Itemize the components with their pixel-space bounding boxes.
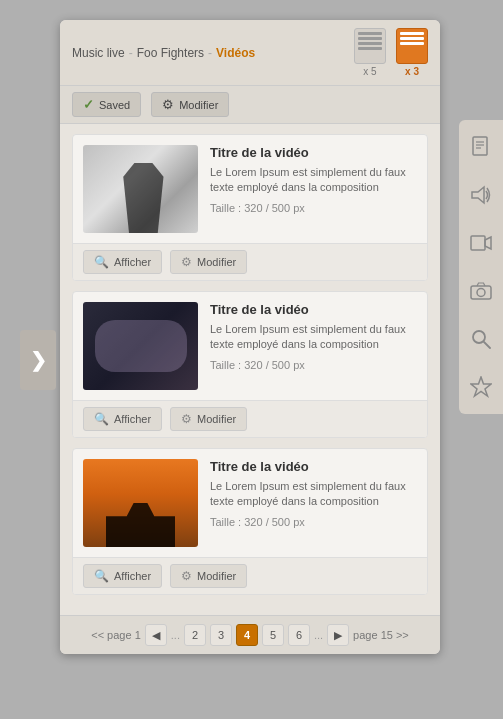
video-size-1: Taille : 320 / 500 px: [210, 202, 417, 214]
content-area: Titre de la vidéo Le Lorem Ipsum est sim…: [60, 124, 440, 615]
svg-marker-6: [485, 237, 491, 249]
speaker-icon: [470, 184, 492, 206]
next-page-label[interactable]: page 15 >>: [353, 629, 409, 641]
video-info-3: Titre de la vidéo Le Lorem Ipsum est sim…: [210, 459, 417, 547]
gear-icon-1: ⚙: [181, 255, 192, 269]
saved-label: Saved: [99, 99, 130, 111]
page-btn-4[interactable]: 4: [236, 624, 258, 646]
video-thumb-1: [83, 145, 198, 233]
list-count: x 5: [363, 66, 376, 77]
grid-count: x 3: [405, 66, 419, 77]
svg-marker-4: [472, 187, 484, 203]
second-toolbar: ✓ Saved ⚙ Modifier: [60, 86, 440, 124]
video-card-1-bottom: 🔍 Afficher ⚙ Modifier: [73, 243, 427, 280]
afficher-label-2: Afficher: [114, 413, 151, 425]
prev-page-label[interactable]: << page 1: [91, 629, 141, 641]
grid-icon: [396, 28, 428, 64]
afficher-label-3: Afficher: [114, 570, 151, 582]
video-thumb-3: [83, 459, 198, 547]
video-card-1: Titre de la vidéo Le Lorem Ipsum est sim…: [72, 134, 428, 281]
svg-line-10: [484, 342, 490, 348]
breadcrumb-music-live[interactable]: Music live: [72, 46, 125, 60]
page-btn-5[interactable]: 5: [262, 624, 284, 646]
modifier-button-1[interactable]: ⚙ Modifier: [170, 250, 247, 274]
check-icon: ✓: [83, 97, 94, 112]
document-icon-btn[interactable]: [464, 130, 498, 164]
video-card-1-top: Titre de la vidéo Le Lorem Ipsum est sim…: [73, 135, 427, 243]
prev-page-btn[interactable]: ◀: [145, 624, 167, 646]
modifier-button-3[interactable]: ⚙ Modifier: [170, 564, 247, 588]
left-nav-arrow[interactable]: ❯: [20, 330, 56, 390]
video-card-3-bottom: 🔍 Afficher ⚙ Modifier: [73, 557, 427, 594]
video-title-1: Titre de la vidéo: [210, 145, 417, 160]
search-icon: [471, 329, 491, 349]
saved-button[interactable]: ✓ Saved: [72, 92, 141, 117]
gear-icon: ⚙: [162, 97, 174, 112]
top-toolbar: Music live - Foo Fighters - Vidéos x 5: [60, 20, 440, 86]
video-icon-btn[interactable]: [464, 226, 498, 260]
afficher-button-3[interactable]: 🔍 Afficher: [83, 564, 162, 588]
breadcrumb-foo-fighters[interactable]: Foo Fighters: [137, 46, 204, 60]
video-card-2-top: Titre de la vidéo Le Lorem Ipsum est sim…: [73, 292, 427, 400]
svg-point-8: [477, 289, 485, 297]
afficher-button-2[interactable]: 🔍 Afficher: [83, 407, 162, 431]
right-sidebar: [459, 120, 503, 414]
modifier-label: Modifier: [179, 99, 218, 111]
video-desc-2: Le Lorem Ipsum est simplement du faux te…: [210, 322, 417, 353]
modifier-label-1: Modifier: [197, 256, 236, 268]
video-title-3: Titre de la vidéo: [210, 459, 417, 474]
gear-icon-2: ⚙: [181, 412, 192, 426]
pagination: << page 1 ◀ ... 2 3 4 5 6 ... ▶ page 15 …: [60, 615, 440, 654]
video-desc-1: Le Lorem Ipsum est simplement du faux te…: [210, 165, 417, 196]
search-icon-3: 🔍: [94, 569, 109, 583]
video-card-3: Titre de la vidéo Le Lorem Ipsum est sim…: [72, 448, 428, 595]
search-icon-1: 🔍: [94, 255, 109, 269]
next-page-btn[interactable]: ▶: [327, 624, 349, 646]
camera-icon-btn[interactable]: [464, 274, 498, 308]
main-panel: Music live - Foo Fighters - Vidéos x 5: [60, 20, 440, 654]
page-btn-2[interactable]: 2: [184, 624, 206, 646]
afficher-label-1: Afficher: [114, 256, 151, 268]
page-btn-3[interactable]: 3: [210, 624, 232, 646]
breadcrumb: Music live - Foo Fighters - Vidéos: [72, 46, 255, 60]
video-icon: [470, 234, 492, 252]
breadcrumb-videos[interactable]: Vidéos: [216, 46, 255, 60]
video-size-3: Taille : 320 / 500 px: [210, 516, 417, 528]
modifier-button-2[interactable]: ⚙ Modifier: [170, 407, 247, 431]
video-info-2: Titre de la vidéo Le Lorem Ipsum est sim…: [210, 302, 417, 390]
document-icon: [471, 136, 491, 158]
breadcrumb-sep-1: -: [129, 46, 133, 60]
video-size-2: Taille : 320 / 500 px: [210, 359, 417, 371]
svg-rect-0: [473, 137, 487, 155]
page-dots-2: ...: [314, 629, 323, 641]
arrow-icon: ❯: [30, 348, 47, 372]
svg-marker-11: [471, 377, 491, 396]
breadcrumb-sep-2: -: [208, 46, 212, 60]
page-btn-6[interactable]: 6: [288, 624, 310, 646]
modifier-button[interactable]: ⚙ Modifier: [151, 92, 229, 117]
video-desc-3: Le Lorem Ipsum est simplement du faux te…: [210, 479, 417, 510]
page-dots: ...: [171, 629, 180, 641]
gear-icon-3: ⚙: [181, 569, 192, 583]
modifier-label-3: Modifier: [197, 570, 236, 582]
star-icon: [470, 376, 492, 398]
video-card-3-top: Titre de la vidéo Le Lorem Ipsum est sim…: [73, 449, 427, 557]
video-card-2-bottom: 🔍 Afficher ⚙ Modifier: [73, 400, 427, 437]
svg-point-9: [473, 331, 485, 343]
search-icon-btn[interactable]: [464, 322, 498, 356]
video-info-1: Titre de la vidéo Le Lorem Ipsum est sim…: [210, 145, 417, 233]
search-icon-2: 🔍: [94, 412, 109, 426]
camera-icon: [470, 282, 492, 300]
star-icon-btn[interactable]: [464, 370, 498, 404]
afficher-button-1[interactable]: 🔍 Afficher: [83, 250, 162, 274]
video-title-2: Titre de la vidéo: [210, 302, 417, 317]
video-thumb-2: [83, 302, 198, 390]
grid-view-badge[interactable]: x 3: [396, 28, 428, 77]
svg-rect-5: [471, 236, 485, 250]
list-view-badge[interactable]: x 5: [354, 28, 386, 77]
speaker-icon-btn[interactable]: [464, 178, 498, 212]
modifier-label-2: Modifier: [197, 413, 236, 425]
video-card-2: Titre de la vidéo Le Lorem Ipsum est sim…: [72, 291, 428, 438]
list-icon: [354, 28, 386, 64]
top-icons: x 5 x 3: [354, 28, 428, 77]
